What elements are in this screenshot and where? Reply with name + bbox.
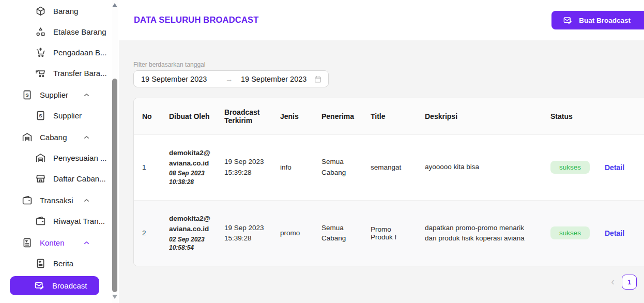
cell-penerima: Semua Cabang	[313, 200, 362, 266]
detail-link[interactable]: Detail	[605, 163, 624, 172]
broadcast-table-card: No Dibuat Oleh Broadcast Terkirim Jenis …	[133, 98, 644, 266]
cell-title: semangat	[362, 134, 417, 200]
svg-text:S: S	[39, 113, 42, 118]
sidebar-item-etalase-barang[interactable]: Etalase Barang	[0, 21, 119, 42]
col-status: Status	[542, 98, 596, 134]
sidebar-item-label: Etalase Barang	[53, 27, 106, 36]
cell-status: sukses	[542, 200, 596, 266]
mail-edit-icon	[563, 16, 573, 25]
store-icon	[35, 173, 46, 184]
main-area: DATA SELURUH BROADCAST Buat Broadcast Fi…	[119, 0, 644, 303]
created-timestamp: 08 Sep 2023 10:38:28	[169, 169, 211, 187]
detail-link[interactable]: Detail	[605, 229, 624, 237]
sidebar: Barang Etalase Barang Pengadaan B... Tra…	[0, 0, 119, 303]
sidebar-group-supplier[interactable]: S Supplier	[0, 84, 119, 105]
sidebar-menu: Barang Etalase Barang Pengadaan B... Tra…	[0, 0, 119, 295]
page-title: DATA SELURUH BROADCAST	[134, 15, 259, 25]
wallet-icon	[35, 216, 46, 226]
pagination-page-1[interactable]: 1	[622, 275, 637, 290]
book-s-icon: S	[35, 110, 46, 121]
cell-deskripsi: ayooooo kita bisa	[417, 134, 542, 200]
chevron-up-icon[interactable]	[83, 91, 90, 100]
range-arrow-icon: →	[225, 75, 241, 83]
cart-icon	[35, 47, 46, 58]
sidebar-item-label: Riwayat Tran...	[53, 217, 105, 225]
scroll-down-arrow-icon[interactable]	[112, 295, 117, 299]
chevron-up-icon[interactable]	[83, 196, 90, 205]
topbar: DATA SELURUH BROADCAST Buat Broadcast	[119, 0, 644, 40]
cell-deskripsi: dapatkan promo-promo menarik dari produk…	[417, 200, 542, 266]
news-icon	[35, 258, 46, 269]
cell-jenis: info	[272, 134, 313, 200]
sidebar-group-label: Konten	[40, 238, 65, 247]
date-range-picker[interactable]: 19 September 2023 → 19 September 2023	[133, 70, 329, 87]
start-date-value[interactable]: 19 September 2023	[141, 75, 225, 83]
sidebar-item-label: Supplier	[53, 111, 82, 120]
sitemap-icon	[35, 26, 46, 37]
cell-penerima: Semua Cabang	[313, 134, 362, 200]
sidebar-item-pengadaan-barang[interactable]: Pengadaan B...	[0, 42, 119, 63]
sidebar-group-label: Transaksi	[40, 196, 73, 205]
sidebar-item-label: Daftar Caban...	[53, 174, 106, 183]
col-broadcast-terkirim: Broadcast Terkirim	[216, 98, 272, 134]
chevron-up-icon[interactable]	[83, 239, 90, 248]
col-deskripsi: Deskripsi	[417, 98, 542, 134]
sidebar-group-konten[interactable]: Konten	[0, 232, 119, 253]
col-no: No	[134, 98, 161, 134]
creator-email: demokita2@aviana.co.id	[169, 148, 211, 168]
sidebar-item-riwayat-transaksi[interactable]: Riwayat Tran...	[0, 210, 119, 231]
content-area: Filter berdasarkan tanggal 19 September …	[119, 40, 644, 303]
creator-email: demokita2@aviana.co.id	[169, 214, 211, 234]
cube-icon	[35, 6, 46, 17]
calendar-icon[interactable]	[314, 75, 322, 83]
col-jenis: Jenis	[272, 98, 313, 134]
sidebar-item-label: Barang	[53, 7, 78, 16]
sidebar-item-label: Transfer Bara...	[53, 69, 107, 78]
sidebar-item-barang[interactable]: Barang	[0, 1, 119, 21]
col-action	[596, 98, 644, 134]
filter-label: Filter berdasarkan tanggal	[133, 61, 644, 68]
sidebar-item-label: Berita	[53, 259, 73, 268]
sidebar-item-berita[interactable]: Berita	[0, 253, 119, 274]
sidebar-item-label: Pengadaan B...	[53, 48, 106, 57]
sidebar-item-daftar-cabang[interactable]: Daftar Caban...	[0, 168, 119, 189]
created-timestamp: 02 Sep 2023 10:58:54	[169, 235, 211, 253]
sidebar-scrollbar[interactable]	[112, 0, 118, 303]
sidebar-group-transaksi[interactable]: Transaksi	[0, 190, 119, 210]
cell-no: 1	[134, 134, 161, 200]
news-icon	[22, 237, 33, 248]
scroll-up-arrow-icon[interactable]	[112, 3, 117, 7]
cell-title: Promo Produk f	[362, 200, 417, 266]
sidebar-item-label: Penyesuaian ...	[53, 154, 106, 162]
cell-status: sukses	[542, 134, 596, 200]
status-badge: sukses	[550, 226, 590, 239]
cell-dibuat-oleh: demokita2@aviana.co.id 08 Sep 2023 10:38…	[161, 134, 216, 200]
scrollbar-thumb[interactable]	[112, 79, 117, 292]
cell-action: Detail	[596, 200, 644, 266]
cell-dibuat-oleh: demokita2@aviana.co.id 02 Sep 2023 10:58…	[161, 200, 216, 266]
cell-no: 2	[134, 200, 161, 266]
sidebar-item-label: Broadcast	[52, 281, 87, 290]
table-row: 1 demokita2@aviana.co.id 08 Sep 2023 10:…	[134, 134, 644, 200]
sidebar-item-broadcast[interactable]: Broadcast	[10, 276, 99, 295]
sidebar-item-supplier[interactable]: S Supplier	[0, 105, 119, 126]
cell-action: Detail	[596, 134, 644, 200]
sidebar-item-transfer-barang[interactable]: Transfer Bara...	[0, 63, 119, 83]
end-date-value[interactable]: 19 September 2023	[241, 75, 314, 83]
status-badge: sukses	[550, 161, 590, 174]
sidebar-item-penyesuaian[interactable]: Penyesuaian ...	[0, 147, 119, 168]
broadcast-table: No Dibuat Oleh Broadcast Terkirim Jenis …	[134, 98, 644, 266]
mail-edit-icon	[34, 280, 45, 291]
buat-broadcast-button[interactable]: Buat Broadcast	[551, 11, 644, 29]
svg-text:S: S	[25, 92, 29, 98]
col-title: Title	[362, 98, 417, 134]
book-s-icon: S	[22, 89, 33, 100]
sidebar-group-cabang[interactable]: Cabang	[0, 127, 119, 147]
col-dibuat-oleh: Dibuat Oleh	[161, 98, 216, 134]
pagination-prev-icon[interactable]: ‹	[611, 276, 615, 288]
app-root: Barang Etalase Barang Pengadaan B... Tra…	[0, 0, 644, 303]
warehouse-icon	[22, 132, 33, 143]
chevron-up-icon[interactable]	[83, 133, 90, 142]
col-penerima: Penerima	[313, 98, 362, 134]
sidebar-group-label: Supplier	[40, 90, 68, 99]
